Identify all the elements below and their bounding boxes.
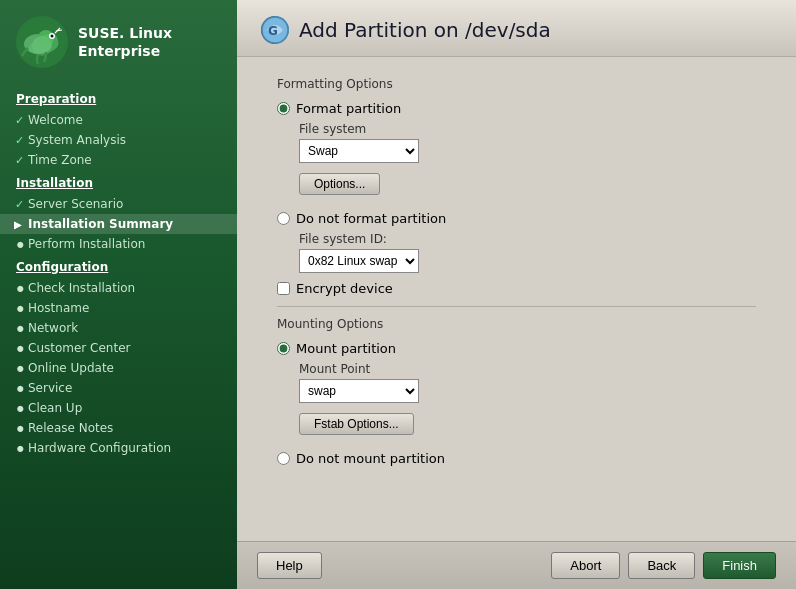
format-partition-label: Format partition	[296, 101, 401, 116]
do-not-mount-label: Do not mount partition	[296, 451, 445, 466]
sidebar-item-clean-up[interactable]: ● Clean Up	[0, 398, 237, 418]
mounting-options-label: Mounting Options	[277, 317, 756, 331]
do-not-mount-radio[interactable]	[277, 452, 290, 465]
sidebar-nav: Preparation ✓ Welcome ✓ System Analysis …	[0, 78, 237, 589]
encrypt-device-row[interactable]: Encrypt device	[277, 281, 756, 296]
footer-right-buttons: Abort Back Finish	[551, 552, 776, 579]
sidebar-item-server-scenario[interactable]: ✓ Server Scenario	[0, 194, 237, 214]
file-system-label: File system	[299, 122, 756, 136]
mount-partition-radio-row[interactable]: Mount partition	[277, 341, 756, 356]
file-system-id-group: File system ID: 0x82 Linux swap 0x83 Lin…	[299, 232, 756, 273]
check-icon: ✓	[15, 198, 24, 211]
encrypt-device-checkbox[interactable]	[277, 282, 290, 295]
bullet-icon: ●	[17, 364, 24, 373]
file-system-id-select-row: 0x82 Linux swap 0x83 Linux 0x8e LVM	[299, 249, 756, 273]
do-not-mount-radio-row[interactable]: Do not mount partition	[277, 451, 756, 466]
svg-text:G: G	[268, 24, 278, 38]
file-system-id-label: File system ID:	[299, 232, 756, 246]
bullet-icon: ●	[17, 324, 24, 333]
main-panel: G Add Partition on /dev/sda Formatting O…	[237, 0, 796, 589]
section-installation: Installation	[0, 170, 237, 194]
back-button[interactable]: Back	[628, 552, 695, 579]
bullet-icon: ●	[17, 240, 24, 249]
arrow-icon: ▶	[14, 219, 22, 230]
svg-point-5	[51, 35, 54, 38]
sidebar-item-customer-center[interactable]: ● Customer Center	[0, 338, 237, 358]
do-not-format-radio[interactable]	[277, 212, 290, 225]
mount-point-group: Mount Point swap / /boot Fstab Options..…	[299, 362, 756, 443]
sidebar-item-hardware-configuration[interactable]: ● Hardware Configuration	[0, 438, 237, 458]
bullet-icon: ●	[17, 444, 24, 453]
sidebar-item-release-notes[interactable]: ● Release Notes	[0, 418, 237, 438]
check-icon: ✓	[15, 114, 24, 127]
footer: Help Abort Back Finish	[237, 541, 796, 589]
file-system-id-select[interactable]: 0x82 Linux swap 0x83 Linux 0x8e LVM	[299, 249, 419, 273]
fstab-options-button[interactable]: Fstab Options...	[299, 413, 414, 435]
bullet-icon: ●	[17, 284, 24, 293]
bullet-icon: ●	[17, 304, 24, 313]
sidebar-item-time-zone[interactable]: ✓ Time Zone	[0, 150, 237, 170]
check-icon: ✓	[15, 154, 24, 167]
sidebar-item-welcome[interactable]: ✓ Welcome	[0, 110, 237, 130]
bullet-icon: ●	[17, 344, 24, 353]
logo-text: SUSE. Linux Enterprise	[78, 24, 172, 60]
sidebar-item-system-analysis[interactable]: ✓ System Analysis	[0, 130, 237, 150]
options-button[interactable]: Options...	[299, 173, 380, 195]
finish-button[interactable]: Finish	[703, 552, 776, 579]
sidebar: SUSE. Linux Enterprise Preparation ✓ Wel…	[0, 0, 237, 589]
file-system-select[interactable]: Swap Ext4 Ext3	[299, 139, 419, 163]
form-content: Formatting Options Format partition File…	[237, 57, 796, 541]
sidebar-item-installation-summary[interactable]: ▶ Installation Summary	[0, 214, 237, 234]
mounting-options-section: Mounting Options Mount partition Mount P…	[277, 317, 756, 466]
bullet-icon: ●	[17, 424, 24, 433]
section-divider	[277, 306, 756, 307]
sidebar-item-network[interactable]: ● Network	[0, 318, 237, 338]
sidebar-item-check-installation[interactable]: ● Check Installation	[0, 278, 237, 298]
sidebar-item-hostname[interactable]: ● Hostname	[0, 298, 237, 318]
format-partition-radio-row[interactable]: Format partition	[277, 101, 756, 116]
sidebar-logo: SUSE. Linux Enterprise	[0, 0, 237, 78]
file-system-select-row: Swap Ext4 Ext3	[299, 139, 756, 163]
mount-partition-label: Mount partition	[296, 341, 396, 356]
mount-point-label: Mount Point	[299, 362, 756, 376]
suse-logo	[16, 16, 68, 68]
help-button[interactable]: Help	[257, 552, 322, 579]
abort-button[interactable]: Abort	[551, 552, 620, 579]
format-partition-radio[interactable]	[277, 102, 290, 115]
sidebar-item-perform-installation[interactable]: ● Perform Installation	[0, 234, 237, 254]
page-title: Add Partition on /dev/sda	[299, 18, 551, 42]
header-icon: G	[261, 16, 289, 44]
do-not-format-label: Do not format partition	[296, 211, 446, 226]
page-header: G Add Partition on /dev/sda	[237, 0, 796, 57]
section-preparation: Preparation	[0, 86, 237, 110]
formatting-options-label: Formatting Options	[277, 77, 756, 91]
bullet-icon: ●	[17, 384, 24, 393]
section-configuration: Configuration	[0, 254, 237, 278]
file-system-group: File system Swap Ext4 Ext3 Options...	[299, 122, 756, 203]
do-not-format-radio-row[interactable]: Do not format partition	[277, 211, 756, 226]
mount-point-select-row: swap / /boot	[299, 379, 756, 403]
sidebar-item-online-update[interactable]: ● Online Update	[0, 358, 237, 378]
encrypt-device-label: Encrypt device	[296, 281, 393, 296]
sidebar-item-service[interactable]: ● Service	[0, 378, 237, 398]
bullet-icon: ●	[17, 404, 24, 413]
check-icon: ✓	[15, 134, 24, 147]
mount-partition-radio[interactable]	[277, 342, 290, 355]
mount-point-select[interactable]: swap / /boot	[299, 379, 419, 403]
